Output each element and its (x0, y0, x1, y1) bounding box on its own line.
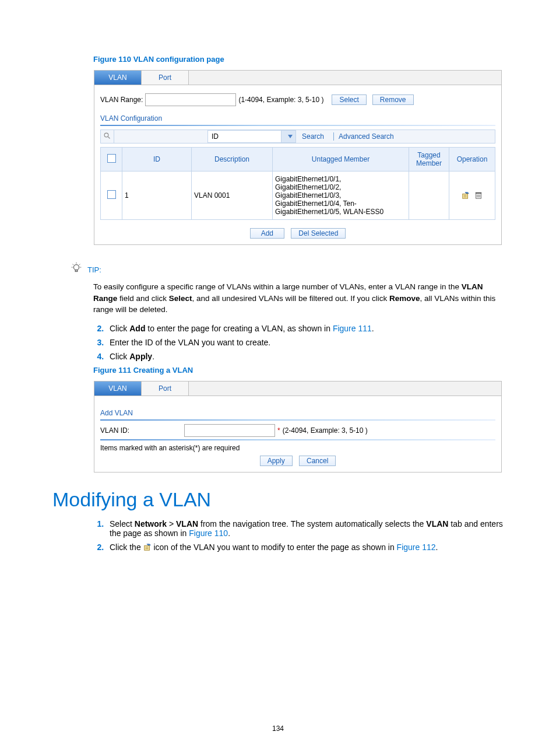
section-divider-3 (100, 439, 495, 440)
remove-button[interactable]: Remove (372, 94, 414, 105)
search-button[interactable]: Search (296, 132, 330, 141)
col-id: ID (122, 148, 192, 172)
vlan-id-input[interactable] (184, 424, 275, 437)
vlan-id-hint: (2-4094, Example: 3, 5-10 ) (283, 426, 368, 435)
svg-line-17 (73, 264, 73, 265)
tab-bar: VLAN Port (94, 70, 502, 85)
cell-untagged: GigabitEthernet1/0/1, GigabitEthernet1/0… (273, 172, 409, 220)
figure-111-link[interactable]: Figure 111 (333, 324, 372, 333)
cell-tagged (409, 172, 449, 220)
tip-label: TIP: (87, 265, 101, 274)
page-number: 134 (0, 724, 556, 733)
tip-block: TIP: To easily configure a specific rang… (93, 262, 504, 316)
figure-111-caption: Figure 111 Creating a VLAN (93, 366, 504, 374)
tab-vlan[interactable]: VLAN (94, 71, 142, 85)
svg-marker-4 (465, 192, 469, 194)
svg-point-12 (73, 265, 79, 270)
svg-marker-2 (288, 135, 293, 138)
mod-step-1: Select Network > VLAN from the navigatio… (106, 519, 504, 538)
heading-modifying-vlan: Modifying a VLAN (52, 488, 504, 511)
tab-vlan-2[interactable]: VLAN (94, 382, 142, 396)
step-2: Click Add to enter the page for creating… (106, 324, 504, 333)
figure-112-link[interactable]: Figure 112 (397, 542, 436, 552)
svg-point-0 (104, 133, 108, 137)
chevron-down-icon (281, 131, 295, 142)
tab-bar-2: VLAN Port (94, 381, 502, 396)
select-button[interactable]: Select (332, 94, 366, 105)
figure-111-screenshot: VLAN Port Add VLAN VLAN ID: *(2-4094, Ex… (93, 380, 502, 473)
tab-port[interactable]: Port (142, 71, 189, 85)
lightbulb-icon (70, 262, 83, 278)
col-tagged: Tagged Member (409, 148, 449, 172)
id-dropdown[interactable]: ID (207, 130, 296, 143)
section-divider (100, 125, 495, 126)
cancel-button[interactable]: Cancel (299, 456, 336, 466)
section-divider-2 (100, 419, 495, 421)
svg-line-1 (108, 136, 110, 138)
del-selected-button[interactable]: Del Selected (291, 228, 346, 239)
vlan-table: ID Description Untagged Member Tagged Me… (100, 147, 495, 220)
vlan-configuration-title: VLAN Configuration (100, 114, 495, 123)
table-row: 1 VLAN 0001 GigabitEthernet1/0/1, Gigabi… (101, 172, 495, 220)
trash-icon[interactable] (474, 191, 483, 200)
vlan-range-hint: (1-4094, Example: 3, 5-10 ) (238, 96, 323, 104)
search-icon (101, 132, 114, 141)
figure-110-screenshot: VLAN Port VLAN Range: (1-4094, Example: … (93, 69, 502, 246)
vlan-range-label: VLAN Range: (100, 96, 143, 104)
figure-110-link[interactable]: Figure 110 (189, 528, 228, 538)
svg-line-18 (79, 264, 80, 265)
cell-description: VLAN 0001 (192, 172, 273, 220)
required-note: Items marked with an asterisk(*) are req… (100, 444, 495, 452)
advanced-search-link[interactable]: Advanced Search (333, 132, 394, 141)
vlan-id-label: VLAN ID: (100, 426, 182, 435)
select-all-checkbox[interactable] (107, 154, 116, 163)
col-untagged: Untagged Member (273, 148, 409, 172)
add-vlan-title: Add VLAN (100, 409, 495, 417)
edit-icon-inline (143, 543, 152, 551)
col-operation: Operation (449, 148, 495, 172)
step-4: Click Apply. (106, 352, 504, 361)
svg-rect-11 (475, 192, 481, 194)
required-asterisk: * (277, 426, 280, 435)
add-button[interactable]: Add (250, 228, 284, 239)
edit-icon[interactable] (462, 191, 470, 200)
row-checkbox[interactable] (107, 190, 116, 199)
steps-list-a: Click Add to enter the page for creating… (94, 324, 504, 361)
steps-list-b: Select Network > VLAN from the navigatio… (94, 519, 504, 552)
svg-rect-3 (463, 194, 468, 199)
svg-rect-19 (144, 545, 149, 550)
id-dropdown-label: ID (208, 132, 219, 141)
figure-110-caption: Figure 110 VLAN configuration page (93, 55, 504, 64)
tip-text: To easily configure a specific range of … (93, 281, 504, 316)
mod-step-2: Click the icon of the VLAN you want to m… (106, 542, 504, 552)
search-row: ID Search Advanced Search (100, 130, 495, 144)
svg-rect-13 (75, 270, 78, 272)
col-description: Description (192, 148, 273, 172)
svg-marker-20 (147, 544, 150, 545)
vlan-range-input[interactable] (145, 93, 236, 106)
cell-id: 1 (122, 172, 192, 220)
apply-button[interactable]: Apply (260, 456, 293, 466)
tab-port-2[interactable]: Port (142, 382, 189, 396)
step-3: Enter the ID of the VLAN you want to cre… (106, 338, 504, 347)
